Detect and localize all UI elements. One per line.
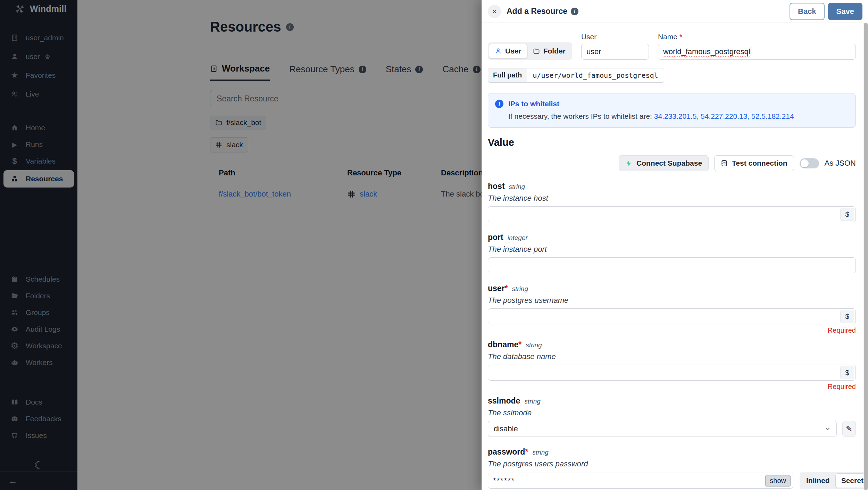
drawer-scrollbar[interactable] [863, 23, 868, 490]
full-path-label: Full path [488, 68, 527, 83]
field-user: user* string The postgres username $ Req… [488, 284, 856, 334]
app: Windmill user_admin user [0, 0, 868, 490]
infobox-title: IPs to whitelist [508, 100, 559, 108]
required-asterisk: * [518, 340, 521, 349]
whitelist-ips: 34.233.201.5, 54.227.220.13, 52.5.182.21… [654, 112, 794, 120]
field-port: port integer The instance port [488, 233, 856, 273]
pencil-icon: ✎ [846, 424, 852, 433]
insert-variable-button[interactable]: $ [840, 366, 854, 379]
value-section-title: Value [488, 137, 856, 148]
back-button[interactable]: Back [790, 3, 825, 20]
user-input[interactable] [488, 308, 856, 324]
field-sslmode: sslmode string The sslmode disable [488, 396, 856, 437]
as-json-toggle[interactable] [800, 158, 819, 168]
infobox-body: If necessary, the workers IPs to whiteli… [508, 112, 849, 121]
insert-variable-button[interactable]: $ [840, 208, 854, 221]
required-hint: Required [488, 326, 856, 334]
full-path: Full path u/user/world_famous_postgresql [488, 68, 664, 83]
test-connection-button[interactable]: Test connection [714, 155, 794, 171]
sslmode-selected-value: disable [494, 424, 518, 433]
as-json-label: As JSON [825, 159, 856, 168]
info-icon: i [495, 100, 503, 108]
password-mode-secret[interactable]: Secret [835, 473, 868, 488]
sslmode-select[interactable]: disable [488, 421, 837, 437]
field-dbname: dbname* string The database name $ Requi… [488, 340, 856, 391]
full-path-value: u/user/world_famous_postgresql [527, 68, 664, 83]
save-button[interactable]: Save [828, 3, 862, 20]
edit-sslmode-button[interactable]: ✎ [842, 421, 856, 437]
lightning-icon [625, 160, 632, 167]
user-field-label: User [581, 33, 649, 41]
required-hint: Required [488, 383, 856, 391]
dbname-input[interactable] [488, 365, 856, 381]
owner-kind-toggle: User Folder [488, 42, 572, 60]
drawer-header: × Add a Resource i Back Save [482, 0, 868, 23]
user-field-input[interactable] [581, 44, 649, 60]
host-input[interactable] [488, 206, 856, 222]
owner-kind-user-label: User [505, 47, 521, 55]
show-password-button[interactable]: show [765, 475, 791, 487]
add-resource-drawer: × Add a Resource i Back Save User [482, 0, 868, 490]
drawer-title: Add a Resource [507, 7, 567, 16]
info-icon: i [571, 8, 578, 15]
close-drawer-button[interactable]: × [488, 5, 501, 18]
owner-kind-folder[interactable]: Folder [527, 44, 571, 58]
drawer-body: User Folder User [482, 23, 868, 490]
required-asterisk: * [505, 284, 508, 293]
owner-kind-folder-label: Folder [543, 47, 566, 55]
owner-kind-user[interactable]: User [489, 44, 527, 58]
password-mode-toggle: Inlined Secret [800, 472, 868, 489]
name-field-label: Name * [658, 33, 856, 41]
ips-whitelist-infobox: i IPs to whitelist If necessary, the wor… [488, 93, 856, 128]
connect-supabase-button[interactable]: Connect Supabase [619, 155, 709, 171]
chevron-down-icon [825, 426, 831, 432]
text-caret [751, 47, 751, 56]
password-mode-inlined[interactable]: Inlined [801, 474, 835, 488]
required-asterisk: * [525, 447, 528, 456]
name-field-input[interactable]: world_famous_postgresql [658, 44, 856, 60]
required-asterisk: * [679, 33, 682, 41]
password-input[interactable] [488, 473, 793, 489]
field-host: host string The instance host $ [488, 182, 856, 222]
close-icon: × [492, 7, 497, 16]
database-icon [721, 160, 728, 167]
port-input[interactable] [488, 257, 856, 273]
insert-variable-button[interactable]: $ [840, 310, 854, 323]
user-icon [495, 48, 502, 55]
folder-icon [533, 48, 540, 55]
field-password: password* string The postgres users pass… [488, 447, 856, 490]
modal-overlay[interactable] [0, 0, 482, 490]
